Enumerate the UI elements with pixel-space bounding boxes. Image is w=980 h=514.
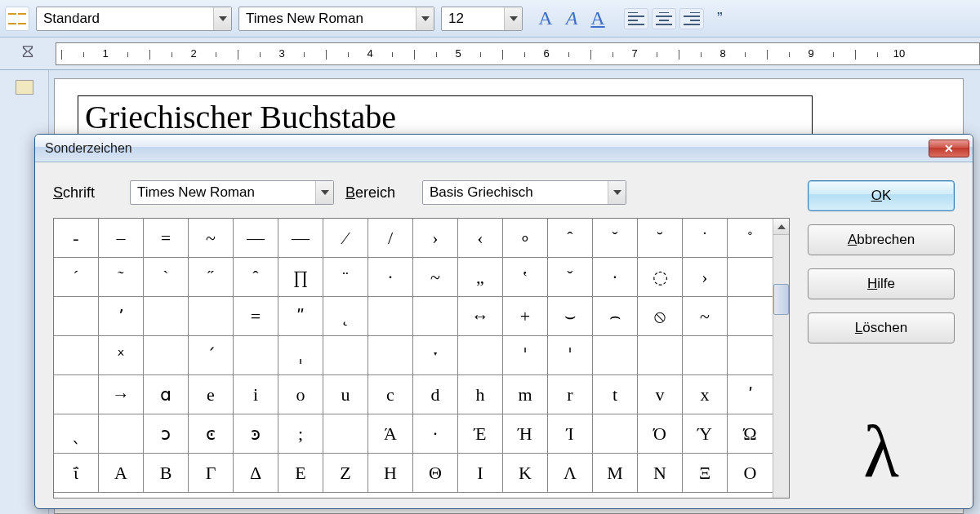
character-cell[interactable]: ˇ — [548, 258, 593, 297]
character-cell[interactable]: ‛ — [503, 258, 548, 297]
character-grid-scrollbar[interactable] — [773, 219, 789, 498]
character-cell[interactable]: · — [593, 258, 638, 297]
character-cell[interactable] — [368, 336, 413, 375]
character-cell[interactable]: – — [99, 219, 144, 258]
character-cell[interactable]: Ο — [728, 454, 773, 493]
character-cell[interactable]: ― — [278, 219, 323, 258]
character-cell[interactable]: Ζ — [323, 454, 368, 493]
character-cell[interactable]: ⌢ — [593, 297, 638, 336]
character-cell[interactable]: Ξ — [683, 454, 728, 493]
character-cell[interactable] — [638, 336, 683, 375]
dialog-font-dropdown-button[interactable] — [315, 181, 333, 204]
dialog-range-combo[interactable]: Basis Griechisch — [422, 180, 626, 205]
character-cell[interactable] — [683, 336, 728, 375]
character-cell[interactable]: ‹ — [458, 219, 503, 258]
character-cell[interactable] — [54, 297, 99, 336]
character-cell[interactable]: ∘ — [503, 219, 548, 258]
character-cell[interactable]: x — [683, 375, 728, 414]
ok-button[interactable]: OK — [808, 180, 955, 211]
character-cell[interactable]: → — [99, 375, 144, 414]
character-cell[interactable] — [323, 414, 368, 454]
character-cell[interactable]: ʼ — [99, 297, 144, 336]
character-cell[interactable] — [144, 336, 189, 375]
character-cell[interactable]: Η — [368, 454, 413, 493]
character-cell[interactable]: = — [234, 297, 278, 336]
character-cell[interactable]: ʹ — [728, 375, 773, 414]
italic-button[interactable]: A — [560, 7, 583, 29]
character-cell[interactable]: ʺ — [278, 297, 323, 336]
character-cell[interactable]: › — [413, 219, 458, 258]
character-cell[interactable]: Μ — [593, 454, 638, 493]
character-cell[interactable]: ⁄ — [323, 219, 368, 258]
character-cell[interactable]: ͼ — [189, 414, 234, 454]
character-cell[interactable]: ; — [278, 414, 323, 454]
character-cell[interactable]: ´ — [54, 258, 99, 297]
table-icon[interactable] — [5, 7, 29, 31]
document-heading-text[interactable]: Griechischer Buchstabe — [78, 95, 813, 139]
character-cell[interactable]: ˛ — [323, 297, 368, 336]
character-cell[interactable]: ˇ — [593, 219, 638, 258]
character-cell[interactable]: c — [368, 375, 413, 414]
character-cell[interactable]: Α — [99, 454, 144, 493]
character-cell[interactable]: ⦸ — [638, 297, 683, 336]
character-cell[interactable]: Έ — [458, 414, 503, 454]
character-cell[interactable] — [144, 297, 189, 336]
character-cell[interactable]: m — [503, 375, 548, 414]
character-cell[interactable]: ‐ — [54, 219, 99, 258]
character-cell[interactable]: ~ — [189, 219, 234, 258]
character-cell[interactable]: e — [189, 375, 234, 414]
character-cell[interactable]: ¨ — [323, 258, 368, 297]
character-cell[interactable]: ˈ — [503, 336, 548, 375]
character-cell[interactable]: · — [368, 258, 413, 297]
help-button[interactable]: Hilfe — [808, 268, 955, 299]
character-cell[interactable]: ͻ — [144, 414, 189, 454]
character-cell[interactable] — [728, 258, 773, 297]
character-cell[interactable] — [728, 336, 773, 375]
character-cell[interactable]: „ — [458, 258, 503, 297]
character-cell[interactable] — [458, 336, 503, 375]
character-cell[interactable]: u — [323, 375, 368, 414]
character-cell[interactable]: · — [413, 414, 458, 454]
character-cell[interactable]: ˊ — [189, 336, 234, 375]
character-cell[interactable]: Ε — [278, 454, 323, 493]
character-cell[interactable]: Ι — [458, 454, 503, 493]
character-cell[interactable] — [368, 297, 413, 336]
paragraph-style-dropdown-button[interactable] — [213, 7, 231, 30]
character-cell[interactable]: ɑ — [144, 375, 189, 414]
character-cell[interactable] — [413, 297, 458, 336]
font-size-dropdown-button[interactable] — [504, 7, 522, 30]
character-cell[interactable] — [99, 414, 144, 454]
character-cell[interactable]: ˚ — [728, 219, 773, 258]
character-cell[interactable]: = — [144, 219, 189, 258]
scrollbar-up-button[interactable] — [773, 219, 789, 235]
character-cell[interactable]: d — [413, 375, 458, 414]
character-cell[interactable]: Ν — [638, 454, 683, 493]
character-cell[interactable]: ˙ — [683, 219, 728, 258]
character-cell[interactable]: v — [638, 375, 683, 414]
character-cell[interactable]: › — [683, 258, 728, 297]
align-right-button[interactable] — [679, 8, 704, 29]
character-cell[interactable]: r — [548, 375, 593, 414]
character-cell[interactable]: ˣ — [99, 336, 144, 375]
horizontal-ruler[interactable]: 12345678910 — [56, 42, 980, 65]
character-cell[interactable] — [189, 297, 234, 336]
character-cell[interactable]: o — [278, 375, 323, 414]
character-cell[interactable]: ∏ — [278, 258, 323, 297]
font-name-dropdown-button[interactable] — [416, 7, 434, 30]
character-cell[interactable]: Β — [144, 454, 189, 493]
font-name-combo[interactable]: Times New Roman — [238, 7, 434, 31]
character-cell[interactable]: ˈ — [548, 336, 593, 375]
character-cell[interactable]: Ί — [548, 414, 593, 454]
font-size-combo[interactable]: 12 — [441, 7, 523, 31]
character-cell[interactable] — [54, 375, 99, 414]
character-cell[interactable] — [54, 336, 99, 375]
character-cell[interactable]: ˎ — [54, 414, 99, 454]
character-cell[interactable]: ˜ — [99, 258, 144, 297]
character-cell[interactable]: ˝ — [189, 258, 234, 297]
bold-button[interactable]: A — [534, 7, 557, 29]
character-cell[interactable]: Κ — [503, 454, 548, 493]
character-cell[interactable] — [323, 336, 368, 375]
character-cell[interactable]: ⌣ — [548, 297, 593, 336]
character-cell[interactable]: ΐ — [54, 454, 99, 493]
character-cell[interactable]: + — [503, 297, 548, 336]
